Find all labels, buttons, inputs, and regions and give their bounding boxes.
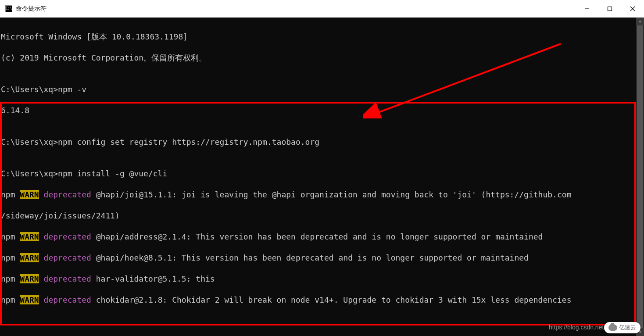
- terminal-line: C:\Users\xq>npm install -g @vue/cli: [1, 168, 636, 179]
- npm-warn-line: npm WARN deprecated @hapi/joi@15.1.1: jo…: [1, 189, 636, 200]
- terminal-line: C:\Users\xq>npm config set registry http…: [1, 137, 636, 147]
- deprecated-label: deprecated: [44, 190, 91, 199]
- vertical-scrollbar[interactable]: [636, 18, 644, 336]
- scroll-track[interactable]: [636, 25, 644, 328]
- npm-warn-line: npm WARN deprecated har-validator@5.1.5:…: [1, 274, 636, 284]
- warn-badge: WARN: [20, 274, 39, 283]
- cloud-icon: [608, 325, 617, 331]
- npm-warn-line: npm WARN deprecated chokidar@2.1.8: Chok…: [1, 295, 636, 305]
- svg-rect-1: [608, 7, 612, 11]
- scroll-up-button[interactable]: [636, 18, 644, 25]
- window-title: 命令提示符: [16, 5, 47, 13]
- terminal-line: [1, 316, 636, 326]
- maximize-button[interactable]: [598, 0, 621, 18]
- cmd-icon: C:\: [5, 5, 12, 12]
- warn-badge: WARN: [20, 253, 39, 262]
- svg-marker-5: [639, 331, 641, 333]
- close-button[interactable]: [621, 0, 644, 18]
- terminal-output[interactable]: Microsoft Windows [版本 10.0.18363.1198] (…: [0, 18, 636, 336]
- deprecated-label: deprecated: [44, 232, 91, 241]
- terminal-line: /sideway/joi/issues/2411): [1, 211, 636, 221]
- warn-badge: WARN: [20, 190, 39, 199]
- deprecated-label: deprecated: [44, 253, 91, 262]
- minimize-button[interactable]: [576, 0, 598, 18]
- deprecated-label: deprecated: [44, 274, 91, 283]
- logo-badge: 亿速云: [604, 322, 640, 333]
- npm-warn-line: npm WARN deprecated @hapi/hoek@8.5.1: Th…: [1, 253, 636, 263]
- scroll-thumb[interactable]: [637, 25, 643, 328]
- watermark-text: https://blog.csdn.net/q: [549, 324, 609, 331]
- npm-warn-line: npm WARN deprecated @hapi/address@2.1.4:…: [1, 232, 636, 242]
- terminal-area[interactable]: Microsoft Windows [版本 10.0.18363.1198] (…: [0, 18, 644, 336]
- window-titlebar: C:\ 命令提示符: [0, 0, 644, 18]
- svg-marker-4: [639, 20, 641, 22]
- terminal-line: (c) 2019 Microsoft Corporation。保留所有权利。: [1, 53, 636, 63]
- terminal-line: 6.14.8: [1, 105, 636, 116]
- terminal-line: C:\Users\xq>npm -v: [1, 84, 636, 95]
- warn-badge: WARN: [20, 295, 39, 304]
- terminal-line: Microsoft Windows [版本 10.0.18363.1198]: [1, 32, 636, 42]
- logo-label: 亿速云: [619, 324, 636, 332]
- warn-badge: WARN: [20, 232, 39, 241]
- deprecated-label: deprecated: [44, 295, 91, 304]
